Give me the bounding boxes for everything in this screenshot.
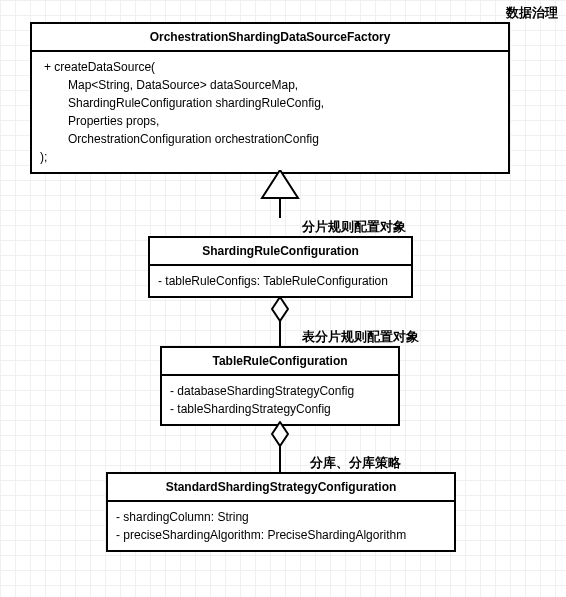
connector-line xyxy=(279,198,281,218)
method-signature-close: ); xyxy=(40,148,500,166)
class-sharding-rule-config: ShardingRuleConfiguration - tableRuleCon… xyxy=(148,236,413,298)
class-title: OrchestrationShardingDataSourceFactory xyxy=(32,24,508,52)
class-title: StandardShardingStrategyConfiguration xyxy=(108,474,454,502)
method-param: OrchestrationConfiguration orchestration… xyxy=(40,130,500,148)
class-title: TableRuleConfiguration xyxy=(162,348,398,376)
class-table-rule-config: TableRuleConfiguration - databaseShardin… xyxy=(160,346,400,426)
aggregation-diamond-icon xyxy=(271,421,289,447)
class-standard-sharding-strategy: StandardShardingStrategyConfiguration - … xyxy=(106,472,456,552)
class-title: ShardingRuleConfiguration xyxy=(150,238,411,266)
annotation-sharding-strategy: 分库、分库策略 xyxy=(310,454,401,472)
class-attribute: - preciseShardingAlgorithm: PreciseShard… xyxy=(116,526,446,544)
annotation-table-rule: 表分片规则配置对象 xyxy=(302,328,419,346)
class-body: - databaseShardingStrategyConfig - table… xyxy=(162,376,398,424)
class-body: + createDataSource( Map<String, DataSour… xyxy=(32,52,508,172)
annotation-sharding-rule: 分片规则配置对象 xyxy=(302,218,406,236)
svg-marker-1 xyxy=(272,297,288,321)
svg-marker-2 xyxy=(272,422,288,446)
method-param: Properties props, xyxy=(40,112,500,130)
method-param: ShardingRuleConfiguration shardingRuleCo… xyxy=(40,94,500,112)
method-param: Map<String, DataSource> dataSourceMap, xyxy=(40,76,500,94)
class-body: - tableRuleConfigs: TableRuleConfigurati… xyxy=(150,266,411,296)
annotation-data-governance: 数据治理 xyxy=(506,4,558,22)
class-orchestration-factory: OrchestrationShardingDataSourceFactory +… xyxy=(30,22,510,174)
class-attribute: - shardingColumn: String xyxy=(116,508,446,526)
aggregation-diamond-icon xyxy=(271,296,289,322)
class-attribute: - databaseShardingStrategyConfig xyxy=(170,382,390,400)
svg-marker-0 xyxy=(262,170,298,198)
class-body: - shardingColumn: String - preciseShardi… xyxy=(108,502,454,550)
method-signature-open: + createDataSource( xyxy=(40,58,500,76)
class-attribute: - tableShardingStrategyConfig xyxy=(170,400,390,418)
class-attribute: - tableRuleConfigs: TableRuleConfigurati… xyxy=(158,272,403,290)
connector-line xyxy=(279,445,281,473)
connector-line xyxy=(279,320,281,346)
